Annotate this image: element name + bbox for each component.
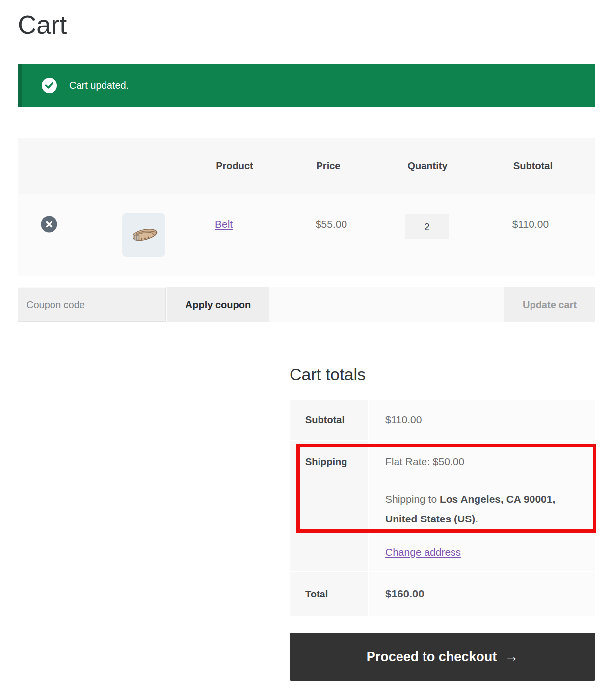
notice-message: Cart updated.	[69, 80, 129, 91]
column-header-subtotal: Subtotal	[513, 160, 553, 172]
total-label: Total	[305, 589, 328, 600]
item-price: $55.00	[316, 218, 347, 230]
change-address-link[interactable]: Change address	[385, 546, 461, 558]
proceed-to-checkout-button[interactable]: Proceed to checkout →	[290, 633, 595, 681]
apply-coupon-button[interactable]: Apply coupon	[167, 287, 269, 322]
total-value: $160.00	[385, 588, 425, 600]
cart-page: Cart Cart updated. Product Price Quantit…	[0, 0, 611, 700]
cart-totals-title: Cart totals	[290, 365, 366, 384]
cart-updated-notice: Cart updated.	[18, 64, 595, 107]
remove-item-button[interactable]	[41, 216, 57, 233]
column-header-price: Price	[317, 160, 341, 172]
cart-item-row: Belt $55.00 $110.00	[18, 194, 595, 276]
subtotal-value: $110.00	[385, 414, 422, 426]
cart-table-header: Product Price Quantity Subtotal	[18, 138, 595, 194]
checkout-label: Proceed to checkout	[367, 649, 497, 665]
update-cart-button[interactable]: Update cart	[504, 287, 595, 322]
column-header-quantity: Quantity	[407, 160, 447, 172]
cart-totals-table: Subtotal $110.00 Shipping Flat Rate: $50…	[290, 400, 595, 616]
shipping-suffix: .	[475, 513, 478, 524]
belt-image	[122, 213, 165, 257]
column-header-product: Product	[216, 160, 253, 172]
x-icon	[46, 221, 53, 228]
shipping-destination: Shipping to Los Angeles, CA 90001, Unite…	[385, 490, 568, 529]
shipping-to-prefix: Shipping to	[385, 493, 440, 505]
subtotal-label: Subtotal	[305, 415, 345, 426]
total-label-cell-bg	[290, 572, 368, 616]
shipping-label: Shipping	[305, 456, 347, 467]
product-name-link[interactable]: Belt	[215, 218, 233, 230]
right-arrow-icon: →	[505, 649, 518, 665]
quantity-input[interactable]	[405, 214, 449, 239]
check-circle-icon	[42, 78, 57, 93]
product-thumbnail[interactable]	[122, 213, 165, 257]
cart-actions-row: Apply coupon Update cart	[18, 287, 595, 322]
page-title: Cart	[18, 10, 67, 40]
coupon-code-input[interactable]	[18, 288, 166, 322]
shipping-method: Flat Rate: $50.00	[385, 456, 464, 467]
item-subtotal: $110.00	[512, 218, 549, 230]
